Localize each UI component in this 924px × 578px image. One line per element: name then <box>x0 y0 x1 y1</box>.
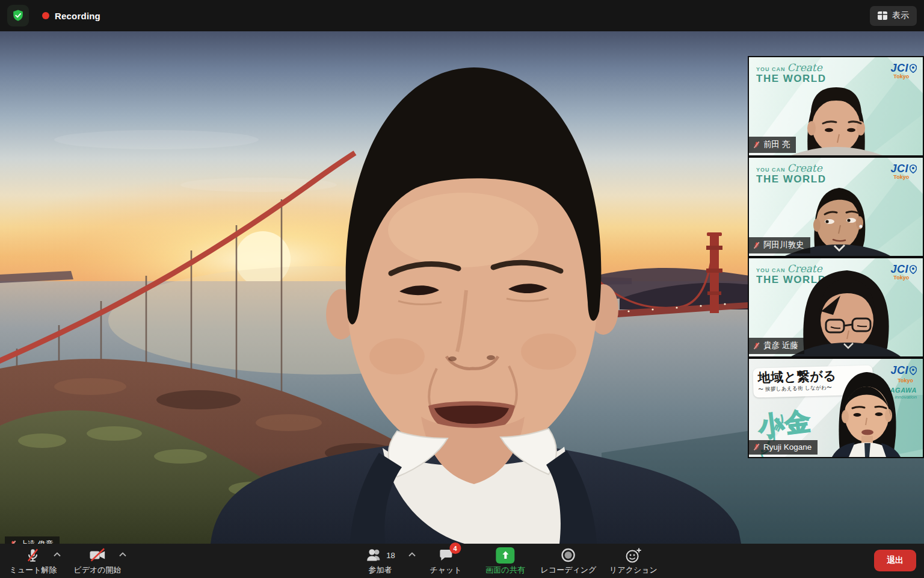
record-icon <box>561 547 576 563</box>
chat-unread-badge: 4 <box>449 542 461 554</box>
camera-off-icon <box>88 547 106 563</box>
participant-name-text: 阿田川敦史 <box>763 240 804 250</box>
video-options-chevron[interactable] <box>119 552 127 557</box>
recording-label: レコーディング <box>541 565 597 576</box>
reactions-label: リアクション <box>609 565 658 576</box>
top-bar: Recording 表示 <box>0 0 924 31</box>
participant-name-label: Ryuji Kogane <box>749 440 818 455</box>
start-video-label: ビデオの開始 <box>73 565 121 576</box>
self-name-text: 上遠 俊章 <box>20 539 54 544</box>
participant-tile-kondo[interactable]: YOU CANCreate THE WORLD JCI Tokyo <box>748 257 924 358</box>
mic-muted-icon <box>753 241 760 249</box>
recording-indicator: Recording <box>42 11 100 21</box>
meeting-toolbar: ミュート解除 ビデオの開始 <box>0 544 924 578</box>
participant-tile-kogane[interactable]: 地域と繋がる 〜 挨拶しあえる街 しながわ〜 小金 ベーション JCI Toky… <box>748 358 924 458</box>
participant-filmstrip: YOU CANCreate THE WORLD JCI Tokyo <box>748 56 924 458</box>
chat-label: チャット <box>430 565 461 576</box>
gallery-view-icon <box>878 11 887 20</box>
active-speaker-video: 上遠 俊章 YOU CANCreate THE WORLD JCI <box>0 31 924 544</box>
participant-tile-maeda[interactable]: YOU CANCreate THE WORLD JCI Tokyo <box>748 56 924 157</box>
unmute-button[interactable]: ミュート解除 <box>10 547 57 576</box>
mic-muted-icon <box>753 443 760 451</box>
security-shield-button[interactable] <box>7 5 29 26</box>
mic-muted-icon <box>753 342 760 350</box>
leave-meeting-button[interactable]: 退出 <box>874 550 916 571</box>
chat-button[interactable]: 4 チャット <box>430 547 461 576</box>
mic-muted-icon <box>753 141 760 149</box>
shield-check-icon <box>11 8 25 23</box>
self-name-label: 上遠 俊章 <box>5 536 60 544</box>
participants-icon <box>365 547 383 563</box>
recording-button[interactable]: レコーディング <box>541 547 597 576</box>
participants-label: 参加者 <box>369 565 392 576</box>
share-screen-label: 画面の共有 <box>485 565 525 576</box>
participant-tile-atagawa[interactable]: YOU CANCreate THE WORLD JCI Tokyo <box>748 157 924 257</box>
participant-name-text: Ryuji Kogane <box>763 443 812 452</box>
recording-dot-icon <box>42 12 49 19</box>
participant-name-text: 貴彦 近藤 <box>763 340 798 351</box>
unmute-label: ミュート解除 <box>10 565 57 576</box>
participants-options-chevron[interactable] <box>408 552 416 557</box>
reactions-button[interactable]: リアクション <box>609 547 658 576</box>
participant-name-text: 前田 亮 <box>763 139 790 150</box>
participants-count: 18 <box>386 551 395 560</box>
participant-name-label: 貴彦 近藤 <box>749 338 804 354</box>
participants-button[interactable]: 18 参加者 <box>365 547 395 576</box>
share-screen-icon <box>496 547 515 564</box>
participant-name-label: 前田 亮 <box>749 137 796 153</box>
view-button[interactable]: 表示 <box>870 6 917 26</box>
reactions-smiley-icon <box>625 547 642 564</box>
zoom-meeting-window: Recording 表示 <box>0 0 924 578</box>
recording-label: Recording <box>55 11 100 21</box>
audio-options-chevron[interactable] <box>53 552 61 557</box>
mic-muted-icon <box>25 547 41 563</box>
view-button-label: 表示 <box>892 10 909 21</box>
participant-name-label: 阿田川敦史 <box>749 237 810 253</box>
share-screen-button[interactable]: 画面の共有 <box>485 547 525 576</box>
start-video-button[interactable]: ビデオの開始 <box>73 547 121 576</box>
